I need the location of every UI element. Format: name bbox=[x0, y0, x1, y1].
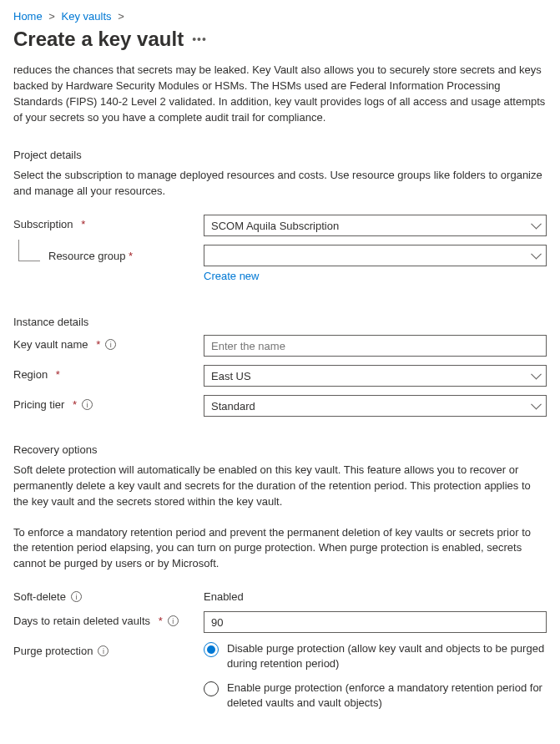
recovery-desc-2: To enforce a mandatory retention period … bbox=[13, 525, 547, 573]
keyvault-name-label: Key vault name * i bbox=[13, 335, 204, 351]
breadcrumb-keyvaults[interactable]: Key vaults bbox=[62, 10, 112, 23]
instance-details-header: Instance details bbox=[13, 316, 547, 328]
pricing-tier-select[interactable]: Standard bbox=[204, 395, 547, 417]
days-retain-label: Days to retain deleted vaults * i bbox=[13, 611, 204, 627]
days-retain-input[interactable] bbox=[204, 611, 547, 633]
breadcrumb-home[interactable]: Home bbox=[13, 10, 43, 23]
info-icon[interactable]: i bbox=[105, 339, 116, 350]
resource-group-label: Resource group * bbox=[13, 245, 204, 262]
keyvault-name-input[interactable] bbox=[204, 335, 547, 357]
region-select[interactable]: East US bbox=[204, 365, 547, 387]
info-icon[interactable]: i bbox=[82, 399, 93, 410]
subscription-select[interactable]: SCOM Aquila Subscription bbox=[204, 215, 547, 236]
purge-enable-label[interactable]: Enable purge protection (enforce a manda… bbox=[227, 681, 547, 711]
subscription-label: Subscription * bbox=[13, 215, 204, 230]
project-details-header: Project details bbox=[13, 149, 547, 161]
intro-text: reduces the chances that secrets may be … bbox=[13, 63, 547, 125]
chevron-right-icon: > bbox=[118, 10, 124, 23]
project-details-desc: Select the subscription to manage deploy… bbox=[13, 168, 547, 200]
recovery-options-header: Recovery options bbox=[13, 443, 547, 456]
create-new-link[interactable]: Create new bbox=[204, 270, 259, 282]
page-title: Create a key vault bbox=[13, 28, 184, 51]
info-icon[interactable]: i bbox=[98, 645, 108, 656]
purge-disable-radio[interactable] bbox=[204, 642, 219, 657]
soft-delete-label: Soft-delete i bbox=[13, 587, 204, 603]
tree-line-icon bbox=[18, 240, 40, 261]
chevron-right-icon: > bbox=[48, 10, 55, 23]
pricing-tier-label: Pricing tier * i bbox=[13, 395, 204, 411]
soft-delete-value: Enabled bbox=[204, 587, 547, 603]
more-icon[interactable]: ••• bbox=[192, 33, 207, 46]
purge-disable-label[interactable]: Disable purge protection (allow key vaul… bbox=[227, 641, 547, 671]
info-icon[interactable]: i bbox=[168, 615, 179, 626]
purge-protection-label: Purge protection i bbox=[13, 641, 204, 657]
region-label: Region * bbox=[13, 365, 204, 381]
breadcrumb: Home > Key vaults > bbox=[13, 10, 547, 23]
resource-group-select[interactable] bbox=[204, 245, 547, 266]
recovery-desc-1: Soft delete protection will automaticall… bbox=[13, 463, 547, 510]
purge-enable-radio[interactable] bbox=[204, 681, 219, 696]
info-icon[interactable]: i bbox=[71, 591, 82, 602]
radio-dot-icon bbox=[207, 645, 215, 654]
